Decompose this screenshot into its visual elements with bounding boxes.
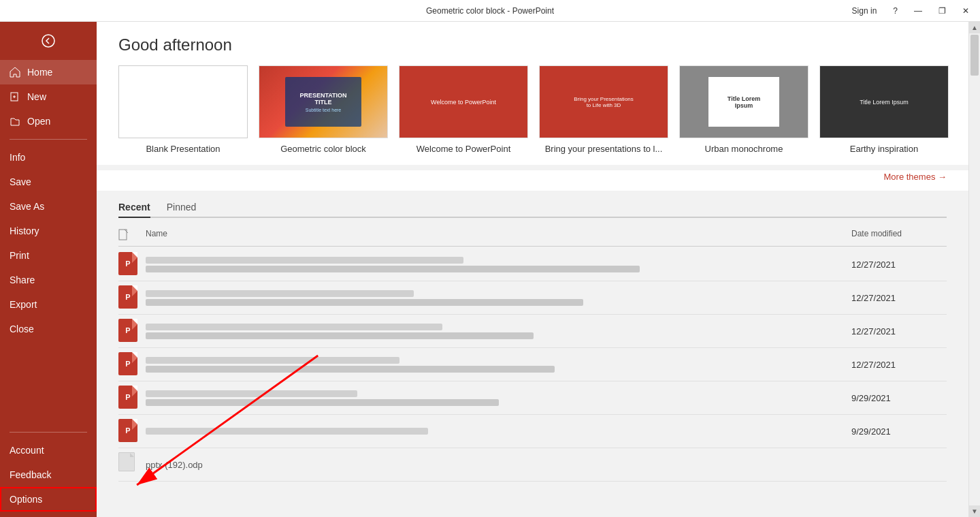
template-urban[interactable]: Title LoremIpsum Urban monochrome [679, 65, 808, 154]
tab-pinned[interactable]: Pinned [167, 202, 197, 218]
recent-tabs: Recent Pinned [118, 202, 947, 218]
scrollbar[interactable]: ▲ ▼ [968, 22, 980, 517]
sidebar-item-close[interactable]: Close [0, 317, 97, 341]
scroll-down-button[interactable]: ▼ [969, 505, 980, 517]
file-icon-1: P [118, 252, 143, 277]
more-themes-link[interactable]: More themes → [884, 172, 947, 182]
more-themes-section: More themes → [97, 170, 968, 191]
file-date-4: 12/27/2021 [851, 360, 947, 370]
home-icon [10, 67, 20, 78]
table-row[interactable]: P 12/27/2021 [118, 315, 947, 348]
sidebar-item-export[interactable]: Export [0, 292, 97, 317]
print-label: Print [10, 250, 29, 261]
file-name-3 [146, 324, 851, 339]
template-label-1: Geometric color block [280, 144, 366, 154]
title-bar: Geometric color block - PowerPoint Sign … [0, 0, 980, 22]
sidebar-item-open[interactable]: Open [0, 109, 97, 134]
scroll-up-button[interactable]: ▲ [969, 22, 980, 33]
table-row[interactable]: P 12/27/2021 [118, 281, 947, 315]
template-bring[interactable]: Bring your Presentationsto Life with 3D … [539, 65, 668, 154]
file-icon-4: P [118, 352, 143, 377]
template-label-3: Bring your presentations to l... [545, 144, 663, 154]
help-button[interactable]: ? [887, 3, 903, 18]
sidebar-item-history[interactable]: History [0, 219, 97, 243]
file-name-line [146, 324, 442, 330]
sidebar-item-account[interactable]: Account [0, 438, 97, 463]
col-icon-header [118, 229, 146, 243]
close-button[interactable]: ✕ [957, 3, 975, 18]
file-name-4 [146, 357, 851, 373]
table-row[interactable]: P 12/27/2021 [118, 248, 947, 281]
sidebar-item-print[interactable]: Print [0, 243, 97, 268]
file-date-3: 12/27/2021 [851, 326, 947, 336]
template-label-2: Welcome to PowerPoint [416, 144, 511, 154]
templates-grid: Blank Presentation PRESENTATIONTITLE Sub… [118, 65, 947, 154]
sidebar-bottom: Account Feedback Options [0, 426, 97, 517]
table-row[interactable]: P 9/29/2021 [118, 415, 947, 448]
sign-in-button[interactable]: Sign in [847, 3, 883, 18]
scroll-thumb[interactable] [970, 35, 979, 76]
table-row[interactable]: P 12/27/2021 [118, 348, 947, 381]
sidebar-item-info[interactable]: Info [0, 145, 97, 170]
file-icon-7 [118, 452, 143, 477]
file-name-line [146, 390, 357, 397]
history-label: History [10, 225, 39, 236]
file-name-5 [146, 390, 851, 406]
file-name-text-7: pptx (192).odp [146, 460, 947, 470]
sidebar-item-new[interactable]: New [0, 84, 97, 109]
share-label: Share [10, 275, 35, 285]
file-date-1: 12/27/2021 [851, 260, 947, 270]
templates-section: Blank Presentation PRESENTATIONTITLE Sub… [97, 65, 968, 165]
maximize-button[interactable]: ❐ [933, 3, 951, 18]
sidebar-item-options[interactable]: Options [0, 487, 97, 512]
file-name-line-2 [146, 299, 583, 306]
new-label: New [27, 91, 46, 102]
sidebar-item-home[interactable]: Home [0, 60, 97, 84]
save-as-label: Save As [10, 201, 44, 212]
table-header: Name Date modified [118, 226, 947, 247]
table-row[interactable]: pptx (192).odp [118, 448, 947, 482]
open-label: Open [27, 116, 50, 127]
template-label-5: Earthy inspiration [850, 144, 918, 154]
file-date-5: 9/29/2021 [851, 393, 947, 403]
file-name-line-2 [146, 266, 640, 272]
info-label: Info [10, 152, 25, 163]
svg-point-0 [42, 35, 54, 47]
template-thumb-geo: PRESENTATIONTITLE Subtitle text here [259, 65, 388, 138]
template-earthy[interactable]: Title Lorem Ipsum Earthy inspiration [819, 65, 949, 154]
tab-recent[interactable]: Recent [118, 202, 150, 218]
file-name-6 [146, 428, 851, 435]
file-name-line [146, 257, 463, 264]
file-icon-2: P [118, 285, 143, 310]
template-geo[interactable]: PRESENTATIONTITLE Subtitle text here Geo… [259, 65, 388, 154]
table-row[interactable]: P 9/29/2021 [118, 381, 947, 415]
file-date-2: 12/27/2021 [851, 293, 947, 303]
sidebar-back-button[interactable] [0, 22, 97, 60]
minimize-button[interactable]: — [909, 3, 928, 18]
template-thumb-welcome: Welcome to PowerPoint [399, 65, 528, 138]
greeting-header: Good afternoon [97, 22, 968, 65]
file-name-line [146, 357, 399, 364]
svg-rect-4 [119, 230, 127, 240]
template-blank[interactable]: Blank Presentation [118, 65, 248, 154]
recent-section: Recent Pinned Name Date modified P [97, 191, 968, 517]
template-label-0: Blank Presentation [146, 144, 220, 154]
sidebar-item-feedback[interactable]: Feedback [0, 463, 97, 487]
file-date-6: 9/29/2021 [851, 426, 947, 437]
home-label: Home [27, 67, 52, 78]
file-name-1 [146, 257, 851, 272]
template-thumb-urban: Title LoremIpsum [679, 65, 808, 138]
open-icon [10, 116, 20, 127]
col-name-header: Name [146, 229, 851, 243]
sidebar-item-save[interactable]: Save [0, 170, 97, 194]
save-label: Save [10, 176, 31, 187]
close-label: Close [10, 324, 34, 334]
account-label: Account [10, 445, 44, 456]
template-welcome[interactable]: Welcome to PowerPoint Welcome to PowerPo… [399, 65, 528, 154]
file-icon-6: P [118, 419, 143, 443]
window-title: Geometric color block - PowerPoint [426, 6, 554, 16]
file-name-line-2 [146, 332, 534, 339]
sidebar-item-save-as[interactable]: Save As [0, 194, 97, 219]
template-label-4: Urban monochrome [705, 144, 783, 154]
sidebar-item-share[interactable]: Share [0, 268, 97, 292]
